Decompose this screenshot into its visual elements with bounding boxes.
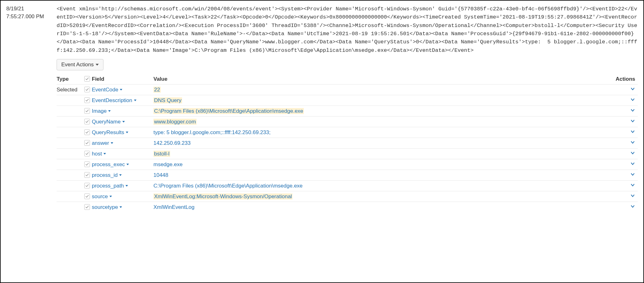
table-row: ImageC:\Program Files (x86)\Microsoft\Ed… — [57, 106, 638, 116]
chevron-down-icon — [630, 204, 635, 209]
actions-dropdown[interactable] — [630, 182, 635, 189]
field-name-text: source — [92, 193, 108, 200]
field-value-link[interactable]: DNS Query — [153, 97, 182, 103]
checkbox-cell — [82, 183, 92, 189]
actions-dropdown[interactable] — [630, 118, 635, 125]
field-value-link[interactable]: 22 — [153, 87, 161, 93]
checkbox-cell — [82, 172, 92, 178]
field-checkbox[interactable] — [84, 119, 90, 124]
checkbox-cell — [82, 119, 92, 125]
actions-cell — [615, 150, 638, 157]
actions-cell — [615, 140, 638, 146]
header-field: Field — [92, 76, 153, 82]
field-value-link[interactable]: www.blogger.com — [153, 119, 197, 125]
field-name-link[interactable]: host — [92, 151, 106, 157]
field-checkbox[interactable] — [84, 161, 90, 167]
actions-dropdown[interactable] — [630, 108, 635, 114]
actions-cell — [615, 86, 638, 93]
chevron-down-icon — [630, 97, 635, 102]
field-checkbox[interactable] — [84, 172, 90, 178]
field-name-cell: QueryResults — [92, 129, 153, 136]
field-value-link[interactable]: type: 5 blogger.l.google.com;::ffff:142.… — [153, 129, 270, 135]
field-checkbox[interactable] — [84, 129, 90, 135]
field-checkbox[interactable] — [84, 108, 90, 114]
header-checkbox[interactable] — [84, 76, 90, 82]
actions-dropdown[interactable] — [630, 140, 635, 146]
event-actions-label: Event Actions — [61, 62, 94, 68]
actions-dropdown[interactable] — [630, 193, 635, 200]
check-icon — [85, 88, 89, 91]
caret-down-icon — [103, 153, 106, 155]
caret-down-icon — [111, 142, 113, 144]
field-name-link[interactable]: process_id — [92, 172, 122, 178]
field-name-link[interactable]: Image — [92, 108, 111, 114]
field-name-link[interactable]: source — [92, 193, 112, 200]
field-value-link[interactable]: XmlWinEventLog:Microsoft-Windows-Sysmon/… — [153, 193, 292, 199]
header-actions: Actions — [615, 76, 638, 82]
chevron-down-icon — [630, 172, 635, 177]
field-value-link[interactable]: XmlWinEventLog — [153, 204, 194, 210]
field-checkbox[interactable] — [84, 204, 90, 210]
actions-dropdown[interactable] — [630, 97, 635, 104]
event-content: <Event xmlns='http://schemas.microsoft.c… — [57, 4, 638, 212]
actions-dropdown[interactable] — [630, 161, 635, 168]
actions-dropdown[interactable] — [630, 172, 635, 178]
actions-cell — [615, 118, 638, 125]
chevron-down-icon — [630, 140, 635, 145]
field-value-cell: XmlWinEventLog:Microsoft-Windows-Sysmon/… — [153, 193, 615, 200]
actions-dropdown[interactable] — [630, 204, 635, 210]
caret-down-icon — [126, 164, 129, 165]
field-name-text: process_exec — [92, 161, 125, 168]
field-checkbox[interactable] — [84, 151, 90, 156]
field-name-text: process_path — [92, 183, 124, 189]
table-row: QueryResultstype: 5 blogger.l.google.com… — [57, 127, 638, 138]
check-icon — [85, 120, 89, 123]
field-name-cell: process_exec — [92, 161, 153, 168]
table-row: hostbstoll-l — [57, 148, 638, 159]
actions-cell — [615, 161, 638, 168]
check-icon — [85, 173, 89, 177]
checkbox-cell — [82, 140, 92, 146]
event-date: 8/19/21 — [6, 5, 57, 13]
caret-down-icon — [126, 132, 128, 133]
field-value-cell: C:\Program Files (x86)\Microsoft\Edge\Ap… — [153, 183, 615, 189]
field-checkbox[interactable] — [84, 97, 90, 103]
field-value-cell: www.blogger.com — [153, 119, 615, 125]
field-value-link[interactable]: C:\Program Files (x86)\Microsoft\Edge\Ap… — [153, 183, 303, 189]
field-value-link[interactable]: C:\Program Files (x86)\Microsoft\Edge\Ap… — [153, 108, 304, 114]
field-checkbox[interactable] — [84, 87, 90, 92]
chevron-down-icon — [630, 150, 635, 155]
actions-dropdown[interactable] — [630, 86, 635, 93]
table-row: sourceXmlWinEventLog:Microsoft-Windows-S… — [57, 191, 638, 202]
actions-dropdown[interactable] — [630, 150, 635, 157]
field-name-link[interactable]: QueryResults — [92, 129, 128, 136]
field-checkbox[interactable] — [84, 140, 90, 146]
field-checkbox[interactable] — [84, 183, 90, 188]
field-checkbox[interactable] — [84, 193, 90, 199]
event-actions-button[interactable]: Event Actions — [57, 59, 103, 70]
field-name-cell: sourcetype — [92, 204, 153, 210]
field-name-link[interactable]: EventCode — [92, 87, 122, 93]
field-value-link[interactable]: msedge.exe — [153, 161, 183, 167]
field-name-link[interactable]: QueryName — [92, 119, 125, 125]
checkbox-cell — [82, 161, 92, 168]
field-value-link[interactable]: 142.250.69.233 — [153, 140, 191, 146]
field-value-link[interactable]: 10448 — [153, 172, 168, 178]
event-timestamp[interactable]: 8/19/21 7:55:27.000 PM — [6, 4, 57, 20]
field-name-link[interactable]: sourcetype — [92, 204, 122, 210]
field-name-link[interactable]: answer — [92, 140, 113, 146]
check-icon — [85, 130, 89, 134]
actions-dropdown[interactable] — [630, 129, 635, 136]
field-value-cell: type: 5 blogger.l.google.com;::ffff:142.… — [153, 129, 615, 136]
caret-down-icon — [109, 196, 112, 197]
field-name-cell: answer — [92, 140, 153, 146]
field-value-link[interactable]: bstoll-l — [153, 151, 170, 157]
raw-event-xml[interactable]: <Event xmlns='http://schemas.microsoft.c… — [57, 4, 638, 55]
header-value: Value — [153, 76, 615, 82]
field-name-link[interactable]: process_exec — [92, 161, 129, 168]
chevron-down-icon — [630, 161, 635, 166]
field-name-link[interactable]: EventDescription — [92, 97, 136, 104]
check-icon — [85, 77, 89, 81]
table-row: process_execmsedge.exe — [57, 159, 638, 170]
field-name-link[interactable]: process_path — [92, 183, 128, 189]
